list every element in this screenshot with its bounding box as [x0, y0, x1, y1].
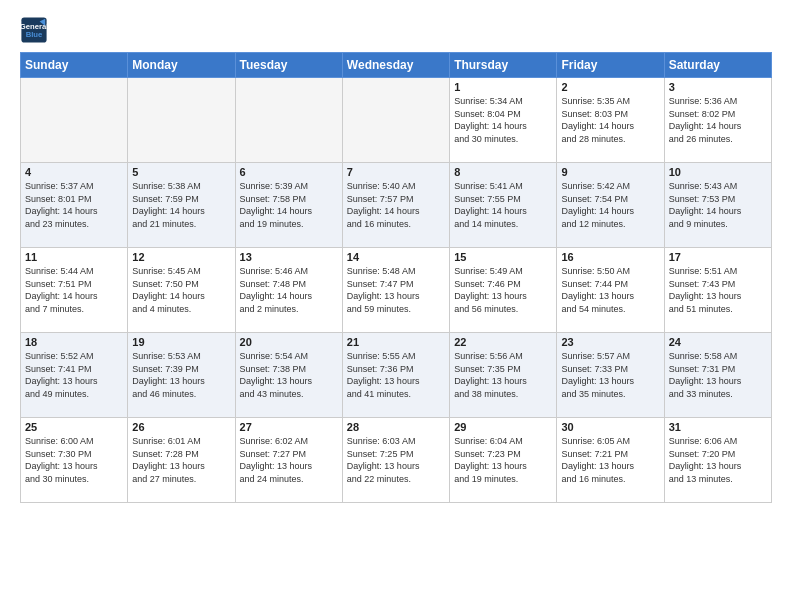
- day-info: Sunrise: 5:56 AM Sunset: 7:35 PM Dayligh…: [454, 350, 552, 400]
- day-info: Sunrise: 6:02 AM Sunset: 7:27 PM Dayligh…: [240, 435, 338, 485]
- day-info: Sunrise: 5:34 AM Sunset: 8:04 PM Dayligh…: [454, 95, 552, 145]
- calendar-cell: 14Sunrise: 5:48 AM Sunset: 7:47 PM Dayli…: [342, 248, 449, 333]
- day-number: 20: [240, 336, 338, 348]
- calendar-cell: [21, 78, 128, 163]
- day-info: Sunrise: 5:43 AM Sunset: 7:53 PM Dayligh…: [669, 180, 767, 230]
- calendar-cell: 28Sunrise: 6:03 AM Sunset: 7:25 PM Dayli…: [342, 418, 449, 503]
- day-number: 8: [454, 166, 552, 178]
- weekday-header-wednesday: Wednesday: [342, 53, 449, 78]
- calendar-cell: 15Sunrise: 5:49 AM Sunset: 7:46 PM Dayli…: [450, 248, 557, 333]
- calendar-cell: 27Sunrise: 6:02 AM Sunset: 7:27 PM Dayli…: [235, 418, 342, 503]
- page: General Blue SundayMondayTuesdayWednesda…: [0, 0, 792, 513]
- calendar-cell: 4Sunrise: 5:37 AM Sunset: 8:01 PM Daylig…: [21, 163, 128, 248]
- calendar-cell: 16Sunrise: 5:50 AM Sunset: 7:44 PM Dayli…: [557, 248, 664, 333]
- weekday-header-sunday: Sunday: [21, 53, 128, 78]
- calendar-cell: 9Sunrise: 5:42 AM Sunset: 7:54 PM Daylig…: [557, 163, 664, 248]
- weekday-header-thursday: Thursday: [450, 53, 557, 78]
- day-info: Sunrise: 5:50 AM Sunset: 7:44 PM Dayligh…: [561, 265, 659, 315]
- calendar-cell: 1Sunrise: 5:34 AM Sunset: 8:04 PM Daylig…: [450, 78, 557, 163]
- weekday-header-friday: Friday: [557, 53, 664, 78]
- day-info: Sunrise: 5:38 AM Sunset: 7:59 PM Dayligh…: [132, 180, 230, 230]
- calendar-cell: [342, 78, 449, 163]
- header: General Blue: [20, 16, 772, 44]
- calendar-cell: 24Sunrise: 5:58 AM Sunset: 7:31 PM Dayli…: [664, 333, 771, 418]
- day-number: 3: [669, 81, 767, 93]
- logo-icon: General Blue: [20, 16, 48, 44]
- day-number: 14: [347, 251, 445, 263]
- weekday-header-row: SundayMondayTuesdayWednesdayThursdayFrid…: [21, 53, 772, 78]
- day-number: 4: [25, 166, 123, 178]
- calendar-cell: 25Sunrise: 6:00 AM Sunset: 7:30 PM Dayli…: [21, 418, 128, 503]
- calendar-cell: 19Sunrise: 5:53 AM Sunset: 7:39 PM Dayli…: [128, 333, 235, 418]
- calendar-cell: 29Sunrise: 6:04 AM Sunset: 7:23 PM Dayli…: [450, 418, 557, 503]
- calendar-cell: 17Sunrise: 5:51 AM Sunset: 7:43 PM Dayli…: [664, 248, 771, 333]
- day-info: Sunrise: 5:45 AM Sunset: 7:50 PM Dayligh…: [132, 265, 230, 315]
- day-info: Sunrise: 6:05 AM Sunset: 7:21 PM Dayligh…: [561, 435, 659, 485]
- calendar-cell: 26Sunrise: 6:01 AM Sunset: 7:28 PM Dayli…: [128, 418, 235, 503]
- day-info: Sunrise: 5:40 AM Sunset: 7:57 PM Dayligh…: [347, 180, 445, 230]
- calendar-week-row: 18Sunrise: 5:52 AM Sunset: 7:41 PM Dayli…: [21, 333, 772, 418]
- calendar-cell: 2Sunrise: 5:35 AM Sunset: 8:03 PM Daylig…: [557, 78, 664, 163]
- calendar-cell: 5Sunrise: 5:38 AM Sunset: 7:59 PM Daylig…: [128, 163, 235, 248]
- calendar-cell: 6Sunrise: 5:39 AM Sunset: 7:58 PM Daylig…: [235, 163, 342, 248]
- day-info: Sunrise: 6:00 AM Sunset: 7:30 PM Dayligh…: [25, 435, 123, 485]
- logo: General Blue: [20, 16, 52, 44]
- day-info: Sunrise: 5:39 AM Sunset: 7:58 PM Dayligh…: [240, 180, 338, 230]
- calendar-cell: 12Sunrise: 5:45 AM Sunset: 7:50 PM Dayli…: [128, 248, 235, 333]
- day-number: 29: [454, 421, 552, 433]
- calendar-cell: 7Sunrise: 5:40 AM Sunset: 7:57 PM Daylig…: [342, 163, 449, 248]
- day-info: Sunrise: 5:44 AM Sunset: 7:51 PM Dayligh…: [25, 265, 123, 315]
- day-number: 15: [454, 251, 552, 263]
- day-number: 2: [561, 81, 659, 93]
- day-info: Sunrise: 5:35 AM Sunset: 8:03 PM Dayligh…: [561, 95, 659, 145]
- calendar-cell: 11Sunrise: 5:44 AM Sunset: 7:51 PM Dayli…: [21, 248, 128, 333]
- calendar-cell: 21Sunrise: 5:55 AM Sunset: 7:36 PM Dayli…: [342, 333, 449, 418]
- day-info: Sunrise: 6:04 AM Sunset: 7:23 PM Dayligh…: [454, 435, 552, 485]
- day-number: 17: [669, 251, 767, 263]
- calendar-cell: [235, 78, 342, 163]
- day-info: Sunrise: 5:42 AM Sunset: 7:54 PM Dayligh…: [561, 180, 659, 230]
- day-number: 12: [132, 251, 230, 263]
- day-number: 7: [347, 166, 445, 178]
- day-info: Sunrise: 5:57 AM Sunset: 7:33 PM Dayligh…: [561, 350, 659, 400]
- day-number: 30: [561, 421, 659, 433]
- day-info: Sunrise: 5:49 AM Sunset: 7:46 PM Dayligh…: [454, 265, 552, 315]
- calendar-week-row: 25Sunrise: 6:00 AM Sunset: 7:30 PM Dayli…: [21, 418, 772, 503]
- day-number: 26: [132, 421, 230, 433]
- day-info: Sunrise: 5:51 AM Sunset: 7:43 PM Dayligh…: [669, 265, 767, 315]
- day-number: 25: [25, 421, 123, 433]
- calendar-week-row: 11Sunrise: 5:44 AM Sunset: 7:51 PM Dayli…: [21, 248, 772, 333]
- day-number: 1: [454, 81, 552, 93]
- day-number: 5: [132, 166, 230, 178]
- day-number: 13: [240, 251, 338, 263]
- weekday-header-tuesday: Tuesday: [235, 53, 342, 78]
- day-info: Sunrise: 5:46 AM Sunset: 7:48 PM Dayligh…: [240, 265, 338, 315]
- calendar-cell: 30Sunrise: 6:05 AM Sunset: 7:21 PM Dayli…: [557, 418, 664, 503]
- calendar-cell: 20Sunrise: 5:54 AM Sunset: 7:38 PM Dayli…: [235, 333, 342, 418]
- weekday-header-saturday: Saturday: [664, 53, 771, 78]
- calendar-week-row: 4Sunrise: 5:37 AM Sunset: 8:01 PM Daylig…: [21, 163, 772, 248]
- day-info: Sunrise: 5:36 AM Sunset: 8:02 PM Dayligh…: [669, 95, 767, 145]
- calendar-cell: 22Sunrise: 5:56 AM Sunset: 7:35 PM Dayli…: [450, 333, 557, 418]
- day-info: Sunrise: 5:41 AM Sunset: 7:55 PM Dayligh…: [454, 180, 552, 230]
- calendar-cell: 13Sunrise: 5:46 AM Sunset: 7:48 PM Dayli…: [235, 248, 342, 333]
- day-number: 19: [132, 336, 230, 348]
- day-number: 6: [240, 166, 338, 178]
- day-number: 27: [240, 421, 338, 433]
- day-number: 11: [25, 251, 123, 263]
- day-number: 16: [561, 251, 659, 263]
- day-number: 18: [25, 336, 123, 348]
- calendar-cell: 8Sunrise: 5:41 AM Sunset: 7:55 PM Daylig…: [450, 163, 557, 248]
- day-info: Sunrise: 5:58 AM Sunset: 7:31 PM Dayligh…: [669, 350, 767, 400]
- day-number: 22: [454, 336, 552, 348]
- day-number: 28: [347, 421, 445, 433]
- day-number: 21: [347, 336, 445, 348]
- day-number: 10: [669, 166, 767, 178]
- day-number: 23: [561, 336, 659, 348]
- day-info: Sunrise: 5:48 AM Sunset: 7:47 PM Dayligh…: [347, 265, 445, 315]
- weekday-header-monday: Monday: [128, 53, 235, 78]
- day-number: 24: [669, 336, 767, 348]
- day-info: Sunrise: 6:06 AM Sunset: 7:20 PM Dayligh…: [669, 435, 767, 485]
- calendar-week-row: 1Sunrise: 5:34 AM Sunset: 8:04 PM Daylig…: [21, 78, 772, 163]
- day-info: Sunrise: 6:01 AM Sunset: 7:28 PM Dayligh…: [132, 435, 230, 485]
